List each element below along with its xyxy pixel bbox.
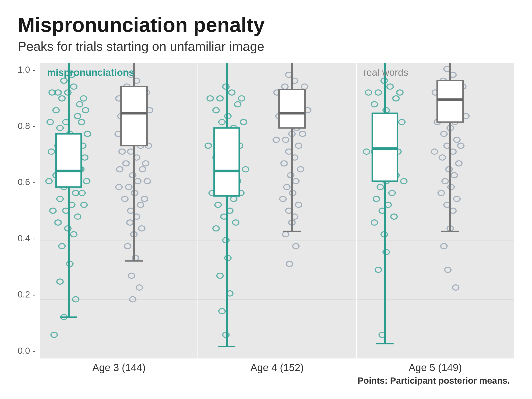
chart-wrapper: 1.0 - 0.8 - 0.6 - 0.4 - 0.2 - 0.0 - misp… <box>18 63 514 374</box>
chart-subtitle: Peaks for trials starting on unfamiliar … <box>18 39 514 54</box>
panel-age4-svg <box>198 63 355 358</box>
svg-point-31 <box>75 214 81 219</box>
svg-point-55 <box>50 208 56 214</box>
svg-point-164 <box>282 84 288 89</box>
x-axis-labels: Age 3 (144) Age 4 (152) Age 5 (149) <box>40 359 514 374</box>
svg-point-211 <box>375 90 381 95</box>
y-label-04: 0.4 - <box>18 234 35 243</box>
svg-point-214 <box>383 108 389 113</box>
svg-point-89 <box>125 244 131 249</box>
svg-point-183 <box>280 196 286 202</box>
svg-point-80 <box>126 184 132 190</box>
svg-point-242 <box>365 90 372 95</box>
svg-rect-159 <box>214 128 239 196</box>
svg-point-46 <box>82 155 88 160</box>
svg-point-91 <box>128 273 134 279</box>
svg-point-232 <box>391 214 397 219</box>
svg-point-7 <box>71 84 77 89</box>
svg-point-270 <box>438 190 444 196</box>
svg-point-86 <box>127 220 133 225</box>
y-label-10: 1.0 - <box>18 65 35 75</box>
svg-point-276 <box>445 267 451 272</box>
svg-point-190 <box>287 261 293 267</box>
legend-mispronunciations: mispronunciations <box>47 67 134 78</box>
svg-point-154 <box>207 96 213 101</box>
panel-age3: mispronunciations <box>40 63 197 358</box>
svg-point-145 <box>217 273 223 279</box>
svg-point-34 <box>71 232 77 237</box>
svg-point-260 <box>441 131 447 137</box>
svg-point-11 <box>61 78 67 83</box>
svg-point-105 <box>117 167 123 172</box>
svg-point-233 <box>371 220 377 225</box>
svg-point-44 <box>84 131 91 137</box>
svg-point-271 <box>454 196 460 202</box>
y-label-06: 0.6 - <box>18 177 35 187</box>
panel-age4 <box>198 63 355 358</box>
svg-rect-109 <box>121 87 147 146</box>
svg-point-104 <box>119 149 125 154</box>
svg-point-40 <box>51 332 57 338</box>
svg-point-36 <box>67 261 73 267</box>
svg-point-35 <box>59 244 65 249</box>
svg-point-149 <box>239 96 245 101</box>
svg-point-49 <box>79 190 85 196</box>
svg-point-27 <box>72 190 79 196</box>
panels-row: mispronunciations <box>40 63 514 359</box>
svg-point-123 <box>225 114 231 119</box>
svg-point-265 <box>456 161 462 166</box>
svg-point-229 <box>373 196 379 202</box>
svg-point-177 <box>281 161 287 166</box>
svg-point-106 <box>116 184 122 190</box>
y-axis: 1.0 - 0.8 - 0.6 - 0.4 - 0.2 - 0.0 - <box>18 63 40 374</box>
svg-point-137 <box>231 196 237 202</box>
svg-point-147 <box>219 309 225 314</box>
svg-point-267 <box>451 173 457 178</box>
svg-point-280 <box>457 143 464 148</box>
svg-point-28 <box>57 196 63 202</box>
svg-point-16 <box>57 125 63 131</box>
svg-point-92 <box>136 285 143 290</box>
y-label-00: 0.0 - <box>18 346 35 356</box>
svg-point-188 <box>283 232 289 237</box>
svg-point-37 <box>57 279 63 284</box>
svg-point-14 <box>75 114 81 119</box>
svg-point-155 <box>205 143 211 148</box>
svg-point-189 <box>293 244 299 249</box>
chart-title: Mispronunciation penalty <box>18 13 514 37</box>
svg-point-152 <box>242 167 249 172</box>
svg-point-178 <box>298 167 304 172</box>
footnote: Points: Participant posterior means. <box>18 374 514 386</box>
y-label-08: 0.8 - <box>18 121 35 131</box>
svg-point-53 <box>48 149 55 154</box>
svg-point-9 <box>76 102 83 107</box>
plot-area: mispronunciations <box>40 63 514 374</box>
svg-point-78 <box>130 173 136 178</box>
svg-point-83 <box>137 202 144 208</box>
svg-point-173 <box>283 137 289 143</box>
panel-age3-inner <box>40 63 197 358</box>
panel-age5-svg <box>357 63 514 358</box>
svg-point-210 <box>387 84 393 89</box>
svg-point-120 <box>217 96 223 101</box>
svg-point-144 <box>225 255 231 261</box>
panel-age5-inner <box>357 63 514 358</box>
svg-point-100 <box>141 196 148 202</box>
svg-point-261 <box>454 137 460 143</box>
svg-point-98 <box>143 161 149 166</box>
svg-point-77 <box>139 167 146 172</box>
svg-point-243 <box>363 149 369 154</box>
svg-rect-200 <box>279 89 305 128</box>
svg-rect-246 <box>372 113 398 181</box>
svg-point-87 <box>139 226 145 231</box>
x-label-age3: Age 3 (144) <box>40 359 198 374</box>
svg-point-138 <box>215 202 221 208</box>
svg-point-197 <box>273 137 279 143</box>
svg-point-181 <box>284 184 290 190</box>
svg-point-213 <box>371 102 377 107</box>
panel-age3-svg <box>40 63 197 358</box>
chart-area: 1.0 - 0.8 - 0.6 - 0.4 - 0.2 - 0.0 - misp… <box>18 63 514 386</box>
svg-point-212 <box>393 96 399 101</box>
svg-point-41 <box>81 96 87 101</box>
svg-point-238 <box>397 90 403 95</box>
